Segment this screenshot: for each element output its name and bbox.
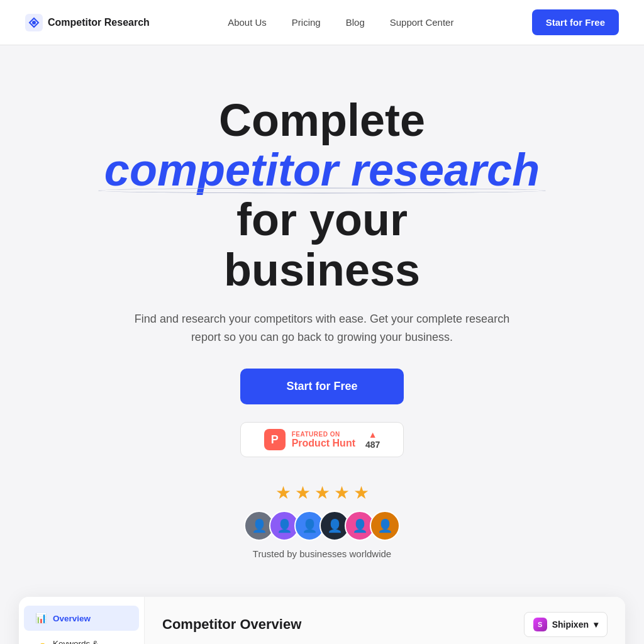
main-content: Competitor Overview S Shipixen ▾ S Shipi…: [145, 597, 625, 644]
nav-support[interactable]: Support Center: [390, 17, 454, 28]
comp-overview-header: Competitor Overview S Shipixen ▾: [162, 612, 608, 637]
product-hunt-text: FEATURED ON Product Hunt: [292, 431, 355, 449]
hero-cta-button[interactable]: Start for Free: [240, 369, 404, 404]
overview-icon: 📊: [35, 613, 47, 624]
nav-pricing[interactable]: Pricing: [292, 17, 321, 28]
hero-subtitle: Find and research your competitors with …: [133, 310, 511, 347]
product-hunt-featured-label: FEATURED ON: [292, 431, 340, 438]
avatar-6: 👤: [370, 511, 400, 541]
product-hunt-count-block: ▲ 487: [365, 430, 380, 450]
star-3: ★: [314, 482, 330, 503]
chevron-down-icon: ▾: [594, 619, 598, 630]
social-proof: ★ ★ ★ ★ ★ 👤 👤 👤 👤 👤 👤 Trusted by busines…: [25, 482, 619, 559]
sidebar-item-keywords-label: Keywords & Rankings: [53, 639, 128, 644]
avatar-group: 👤 👤 👤 👤 👤 👤: [244, 511, 400, 541]
hero-cta-stack: Start for Free P FEATURED ON Product Hun…: [25, 369, 619, 457]
hero-title-highlight: competitor research: [104, 145, 540, 195]
star-2: ★: [295, 482, 311, 503]
upvote-arrow-icon: ▲: [369, 430, 377, 440]
nav-links: About Us Pricing Blog Support Center: [228, 17, 453, 28]
hero-title: Complete competitor research for your bu…: [70, 96, 574, 295]
product-hunt-count: 487: [365, 440, 380, 450]
star-rating: ★ ★ ★ ★ ★: [275, 482, 369, 503]
product-hunt-logo: P: [264, 429, 286, 450]
sidebar-item-keywords[interactable]: 🔑 Keywords & Rankings: [24, 632, 139, 644]
bottom-section: 📊 Overview 🔑 Keywords & Rankings 🔗 Backl…: [0, 597, 644, 644]
hero-section: Complete competitor research for your bu…: [0, 45, 644, 597]
navbar: Competitor Research About Us Pricing Blo…: [0, 0, 644, 45]
brand-name: Competitor Research: [48, 17, 150, 28]
comp-selector-dropdown[interactable]: S Shipixen ▾: [524, 612, 608, 637]
svg-point-1: [32, 21, 36, 25]
trusted-text: Trusted by businesses worldwide: [253, 548, 391, 559]
comp-selector-name: Shipixen: [552, 619, 589, 630]
star-5: ★: [353, 482, 369, 503]
star-4: ★: [334, 482, 350, 503]
app-preview: 📊 Overview 🔑 Keywords & Rankings 🔗 Backl…: [19, 597, 625, 644]
product-hunt-badge[interactable]: P FEATURED ON Product Hunt ▲ 487: [240, 422, 404, 457]
sidebar: 📊 Overview 🔑 Keywords & Rankings 🔗 Backl…: [19, 597, 145, 644]
nav-blog[interactable]: Blog: [346, 17, 365, 28]
brand-icon: [25, 14, 43, 31]
comp-overview-title: Competitor Overview: [162, 616, 301, 633]
product-hunt-name: Product Hunt: [292, 438, 355, 449]
star-1: ★: [275, 482, 291, 503]
brand-logo[interactable]: Competitor Research: [25, 14, 150, 31]
comp-selector-logo: S: [533, 618, 547, 631]
sidebar-item-overview-label: Overview: [53, 614, 91, 623]
nav-about[interactable]: About Us: [228, 17, 267, 28]
navbar-cta-button[interactable]: Start for Free: [532, 9, 619, 35]
sidebar-item-overview[interactable]: 📊 Overview: [24, 606, 139, 631]
